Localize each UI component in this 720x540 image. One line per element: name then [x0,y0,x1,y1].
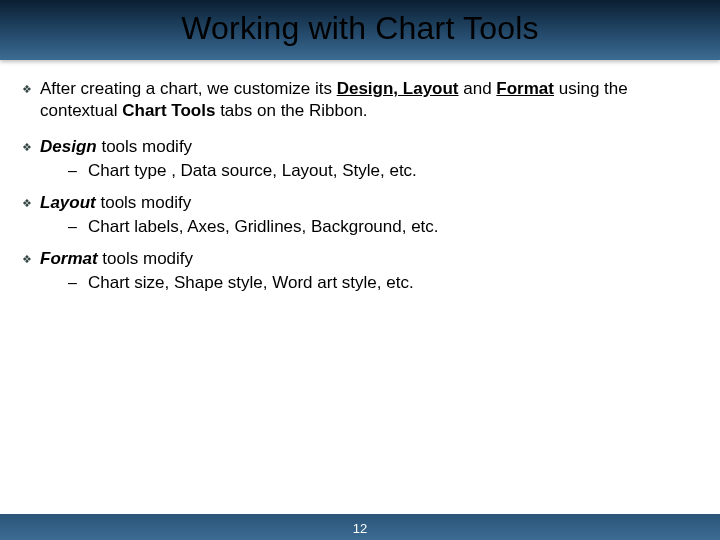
sub-bullet-item: – Chart labels, Axes, Gridlines, Backgro… [68,216,696,238]
slide-content: ❖ After creating a chart, we customize i… [0,78,720,304]
text-run: After creating a chart, we customize its [40,79,337,98]
diamond-icon: ❖ [22,192,40,214]
dash-icon: – [68,160,88,182]
text-run-bold: Design, Layout [337,79,459,98]
page-number: 12 [0,521,720,536]
text-run-lead: Design [40,137,97,156]
sub-bullet-item: – Chart size, Shape style, Word art styl… [68,272,696,294]
bullet-text: Format tools modify [40,248,696,270]
text-run: tools modify [96,193,191,212]
slide-title: Working with Chart Tools [0,10,720,47]
bullet-item: ❖ After creating a chart, we customize i… [22,78,696,122]
text-run: and [459,79,497,98]
text-run-bold: Chart Tools [122,101,215,120]
diamond-icon: ❖ [22,78,40,100]
sub-bullet-item: – Chart type , Data source, Layout, Styl… [68,160,696,182]
slide: Working with Chart Tools ❖ After creatin… [0,0,720,540]
text-run-lead: Layout [40,193,96,212]
diamond-icon: ❖ [22,136,40,158]
bullet-item: ❖ Design tools modify [22,136,696,158]
text-run-bold: Format [496,79,554,98]
text-run-lead: Format [40,249,98,268]
dash-icon: – [68,216,88,238]
bullet-text: Layout tools modify [40,192,696,214]
sub-bullet-text: Chart type , Data source, Layout, Style,… [88,160,696,182]
text-run: tools modify [98,249,193,268]
diamond-icon: ❖ [22,248,40,270]
sub-bullet-text: Chart labels, Axes, Gridlines, Backgroun… [88,216,696,238]
sub-bullet-text: Chart size, Shape style, Word art style,… [88,272,696,294]
bullet-text: After creating a chart, we customize its… [40,78,696,122]
dash-icon: – [68,272,88,294]
text-run: tabs on the Ribbon. [215,101,367,120]
text-run: tools modify [97,137,192,156]
bullet-text: Design tools modify [40,136,696,158]
bullet-item: ❖ Format tools modify [22,248,696,270]
bullet-item: ❖ Layout tools modify [22,192,696,214]
